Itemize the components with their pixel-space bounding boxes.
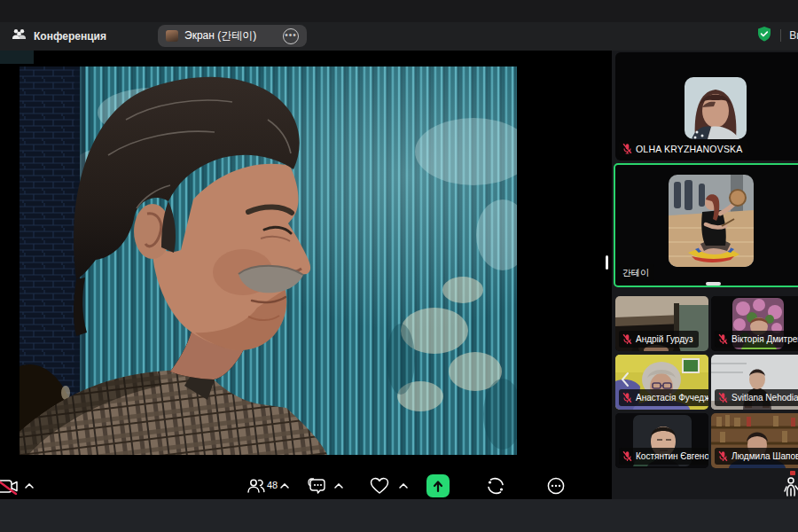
more-ellipsis-icon xyxy=(546,476,566,496)
share-edge-remnant xyxy=(0,51,34,64)
chat-button[interactable] xyxy=(307,477,326,495)
participants-chevron[interactable] xyxy=(280,483,289,489)
app-window: Конференция Экран (간테이) ••• Вид xyxy=(0,0,798,532)
avatar xyxy=(669,175,754,267)
participants-count: 48 xyxy=(267,480,278,490)
desktop-strip xyxy=(0,499,798,532)
participant-tile-viktoriia[interactable]: Вікторія Дмитренко xyxy=(711,296,798,351)
name-badge: Андрій Гурдуз xyxy=(619,331,699,348)
mic-muted-icon xyxy=(622,143,632,154)
apps-button[interactable] xyxy=(486,476,505,496)
participants-sidebar: OLHA KRYZHANOVSKA xyxy=(612,51,798,499)
arrow-up-icon xyxy=(432,480,444,493)
camera-options-chevron[interactable] xyxy=(25,483,34,489)
chevron-up-icon xyxy=(334,483,343,489)
notification-dot xyxy=(790,471,795,475)
participant-tile-svitlana[interactable]: Svitlana Nehodiaieva xyxy=(711,355,798,410)
reactions-button[interactable] xyxy=(369,476,390,496)
screen-share-stage xyxy=(0,51,612,499)
view-menu-label[interactable]: Вид xyxy=(789,29,798,42)
chevron-left-icon xyxy=(621,372,630,387)
heart-icon xyxy=(369,476,390,496)
name-badge: Вікторія Дмитренко xyxy=(715,331,798,348)
raise-hand-person-icon[interactable] xyxy=(784,476,798,497)
participants-icon xyxy=(246,477,265,495)
window-drag-strip xyxy=(0,0,798,22)
more-options-button[interactable] xyxy=(546,476,566,496)
participant-tile-olha[interactable]: OLHA KRYZHANOVSKA xyxy=(615,52,798,160)
topbar: Конференция Экран (간테이) ••• Вид xyxy=(0,0,798,51)
mic-muted-icon xyxy=(718,333,728,345)
name-badge: 간테이 xyxy=(619,264,654,282)
name-badge: Людмила Шаповал xyxy=(715,448,798,465)
chat-icon xyxy=(307,477,326,495)
conference-people-icon xyxy=(12,28,27,43)
screen-share-tab[interactable]: Экран (간테이) ••• xyxy=(158,25,307,47)
mic-muted-icon xyxy=(718,392,728,403)
avatar xyxy=(685,77,747,139)
mic-muted-icon xyxy=(622,333,632,345)
chevron-up-icon xyxy=(399,483,408,489)
name-badge: Svitlana Nehodiaieva xyxy=(715,389,798,406)
chat-chevron[interactable] xyxy=(334,483,343,489)
meeting-toolbar: 48 xyxy=(0,473,798,499)
camera-off-button[interactable] xyxy=(0,478,20,495)
shared-video xyxy=(20,66,517,455)
mic-muted-icon xyxy=(718,450,728,462)
name-badge: Костянтин Євгенови... xyxy=(619,448,708,465)
participant-tile-kostiantyn[interactable]: Костянтин Євгенови... xyxy=(615,413,708,468)
scroll-left-button[interactable] xyxy=(619,368,631,391)
security-area: Вид xyxy=(756,26,798,45)
tab-label: Экран (간테이) xyxy=(184,28,256,43)
chevron-up-icon xyxy=(280,483,289,489)
name-badge: OLHA KRYZHANOVSKA xyxy=(619,140,748,157)
reactions-chevron[interactable] xyxy=(399,483,408,489)
participant-tile-liudmyla[interactable]: Людмила Шаповал xyxy=(711,413,798,468)
conference-brand: Конференция xyxy=(12,28,106,43)
mic-muted-icon xyxy=(622,392,632,403)
panel-drag-handle[interactable] xyxy=(706,282,721,286)
stage-scrollbar-thumb[interactable] xyxy=(606,255,608,270)
circle-dots-icon xyxy=(486,476,505,496)
share-screen-button[interactable] xyxy=(426,474,450,497)
chevron-up-icon xyxy=(25,483,34,489)
participants-button[interactable] xyxy=(246,477,265,495)
mic-muted-icon xyxy=(622,450,632,462)
name-badge: Анастасія Фучеджи xyxy=(619,389,708,406)
app-title: Конференция xyxy=(34,30,106,43)
screen-thumbnail-icon xyxy=(166,30,178,42)
tab-menu-icon[interactable]: ••• xyxy=(283,28,299,44)
security-shield-icon[interactable] xyxy=(756,26,772,45)
participant-tile-andrii[interactable]: Андрій Гурдуз xyxy=(615,296,708,351)
participant-tile-gantei-active[interactable]: 간테이 xyxy=(614,163,798,287)
topbar-divider xyxy=(780,29,781,42)
camera-off-icon xyxy=(0,478,20,495)
